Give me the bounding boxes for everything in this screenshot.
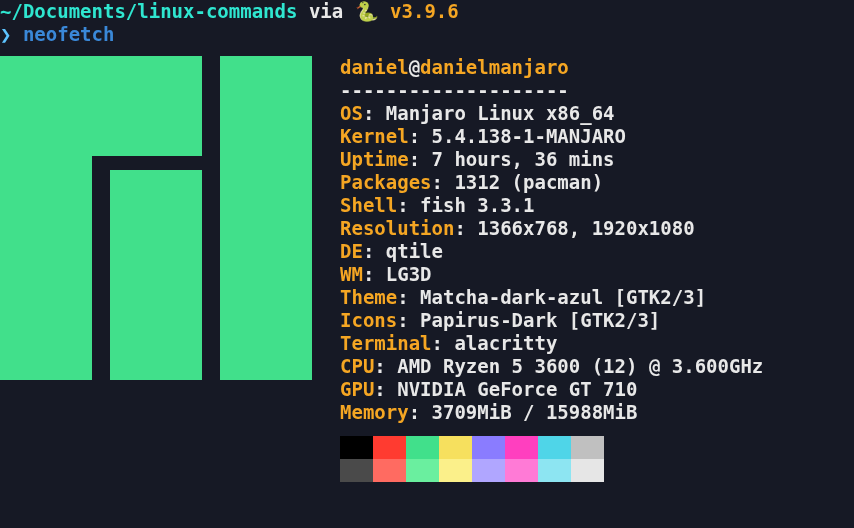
info-row: Uptime: 7 hours, 36 mins (340, 148, 763, 171)
info-value: AMD Ryzen 5 3600 (12) @ 3.600GHz (397, 355, 763, 377)
at-symbol: @ (409, 56, 420, 78)
info-value: LG3D (386, 263, 432, 285)
prompt-line-1: ~/Documents/linux-commands via 🐍 v3.9.6 (0, 0, 854, 23)
command-text: neofetch (23, 23, 115, 45)
info-key: CPU (340, 355, 374, 377)
info-row: Resolution: 1366x768, 1920x1080 (340, 217, 763, 240)
color-swatch (571, 436, 604, 459)
info-row: OS: Manjaro Linux x86_64 (340, 102, 763, 125)
info-key: WM (340, 263, 363, 285)
info-key: Kernel (340, 125, 409, 147)
color-swatch (406, 436, 439, 459)
info-value: 1312 (pacman) (454, 171, 603, 193)
info-key: Terminal (340, 332, 432, 354)
info-row: WM: LG3D (340, 263, 763, 286)
prompt-symbol: ❯ (0, 23, 11, 45)
color-swatch (505, 436, 538, 459)
info-value: Manjaro Linux x86_64 (386, 102, 615, 124)
info-value: 1366x768, 1920x1080 (477, 217, 694, 239)
color-swatch (340, 436, 373, 459)
info-key: DE (340, 240, 363, 262)
color-swatch (538, 436, 571, 459)
info-row: Theme: Matcha-dark-azul [GTK2/3] (340, 286, 763, 309)
title-separator: -------------------- (340, 79, 763, 102)
system-info: daniel@danielmanjaro -------------------… (340, 56, 763, 482)
info-value: qtile (386, 240, 443, 262)
info-value: Matcha-dark-azul [GTK2/3] (420, 286, 706, 308)
info-key: OS (340, 102, 363, 124)
info-key: Theme (340, 286, 397, 308)
hostname: danielmanjaro (420, 56, 569, 78)
info-key: Memory (340, 401, 409, 423)
info-row: Packages: 1312 (pacman) (340, 171, 763, 194)
info-row: CPU: AMD Ryzen 5 3600 (12) @ 3.600GHz (340, 355, 763, 378)
info-row: GPU: NVIDIA GeForce GT 710 (340, 378, 763, 401)
info-row: Memory: 3709MiB / 15988MiB (340, 401, 763, 424)
info-value: Papirus-Dark [GTK2/3] (420, 309, 660, 331)
prompt-path: ~/Documents/linux-commands (0, 0, 297, 22)
color-swatch (340, 459, 373, 482)
color-swatch (571, 459, 604, 482)
info-value: 7 hours, 36 mins (432, 148, 615, 170)
color-swatch (472, 436, 505, 459)
info-key: Resolution (340, 217, 454, 239)
color-swatch (472, 459, 505, 482)
info-value: 5.4.138-1-MANJARO (432, 125, 626, 147)
info-key: Icons (340, 309, 397, 331)
color-swatch (505, 459, 538, 482)
info-row: Terminal: alacritty (340, 332, 763, 355)
color-swatch (439, 459, 472, 482)
info-row: Kernel: 5.4.138-1-MANJARO (340, 125, 763, 148)
terminal[interactable]: ~/Documents/linux-commands via 🐍 v3.9.6 … (0, 0, 854, 482)
color-swatch (406, 459, 439, 482)
neofetch-output: daniel@danielmanjaro -------------------… (0, 56, 854, 482)
color-swatch (373, 459, 406, 482)
via-word: via (309, 0, 343, 22)
python-icon: 🐍 (355, 0, 379, 22)
info-row: Icons: Papirus-Dark [GTK2/3] (340, 309, 763, 332)
color-palette (340, 436, 763, 482)
prompt-line-2: ❯ neofetch (0, 23, 854, 46)
info-key: Shell (340, 194, 397, 216)
user-host-title: daniel@danielmanjaro (340, 56, 763, 79)
python-version: v3.9.6 (390, 0, 459, 22)
info-value: alacritty (454, 332, 557, 354)
info-key: Uptime (340, 148, 409, 170)
info-key: Packages (340, 171, 432, 193)
color-swatch (439, 436, 472, 459)
info-key: GPU (340, 378, 374, 400)
username: daniel (340, 56, 409, 78)
color-swatch (538, 459, 571, 482)
info-row: DE: qtile (340, 240, 763, 263)
distro-logo (0, 56, 312, 380)
info-value: fish 3.3.1 (420, 194, 534, 216)
color-swatch (373, 436, 406, 459)
info-value: 3709MiB / 15988MiB (432, 401, 638, 423)
info-value: NVIDIA GeForce GT 710 (397, 378, 637, 400)
info-row: Shell: fish 3.3.1 (340, 194, 763, 217)
